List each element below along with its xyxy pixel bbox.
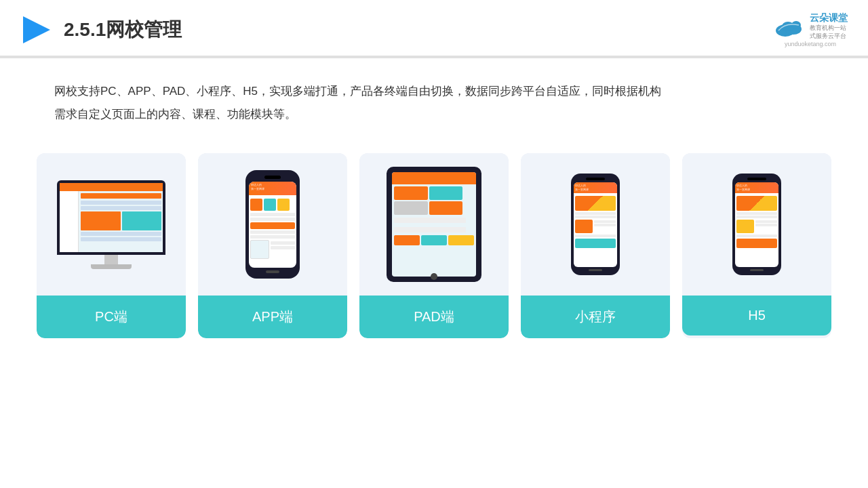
card-miniprogram-label: 小程序 <box>521 296 670 338</box>
logo-area: 云朵课堂 教育机构一站 式服务云平台 yunduoketang.com <box>773 12 848 47</box>
miniprogram-phone: 职达人的第一堂网课 <box>571 174 620 275</box>
tall-phone-screen: 职达人的第一堂网课 <box>574 182 617 267</box>
card-miniprogram-image: 职达人的第一堂网课 <box>521 153 670 296</box>
cards-container: PC端 职达人的第一堂网课 <box>0 133 868 338</box>
logo-url: yunduoketang.com <box>785 41 836 47</box>
card-h5: 职达人的第一堂网课 <box>682 153 831 338</box>
card-pad-image <box>359 153 509 296</box>
card-pc: PC端 <box>37 153 186 338</box>
monitor-outer <box>57 180 165 255</box>
app-phone: 职达人的第一堂网课 <box>245 170 300 279</box>
pad-tablet <box>387 167 481 282</box>
tall-phone-notch <box>586 178 605 180</box>
phone-screen: 职达人的第一堂网课 <box>249 182 296 268</box>
logo-sub: 教育机构一站 式服务云平台 <box>810 24 848 40</box>
h5-phone-screen: 职达人的第一堂网课 <box>735 182 778 267</box>
play-icon <box>20 14 53 46</box>
monitor-screen <box>60 183 163 252</box>
desc-line2: 需求自定义页面上的内容、课程、功能模块等。 <box>54 103 814 126</box>
card-h5-label: H5 <box>682 296 831 336</box>
h5-phone-notch <box>747 178 766 180</box>
page-title: 2.5.1网校管理 <box>64 17 182 43</box>
card-pc-label: PC端 <box>37 296 186 338</box>
cloud-icon <box>773 16 807 37</box>
card-app-label: APP端 <box>198 296 347 338</box>
h5-phone: 职达人的第一堂网课 <box>732 174 781 275</box>
header-left: 2.5.1网校管理 <box>20 14 182 46</box>
pc-monitor <box>57 180 165 269</box>
logo-brand: 云朵课堂 教育机构一站 式服务云平台 <box>773 12 848 40</box>
header: 2.5.1网校管理 云朵课堂 教育机构一站 式服务云平台 yunduoketan… <box>0 0 868 57</box>
card-app-image: 职达人的第一堂网课 <box>198 153 347 296</box>
desc-line1: 网校支持PC、APP、PAD、小程序、H5，实现多端打通，产品各终端自由切换，数… <box>54 80 814 103</box>
card-pad-label: PAD端 <box>359 296 509 338</box>
tablet-home-btn <box>431 273 437 280</box>
phone-notch <box>264 176 281 179</box>
card-h5-image: 职达人的第一堂网课 <box>682 153 831 296</box>
logo-text: 云朵课堂 教育机构一站 式服务云平台 <box>810 12 848 40</box>
svg-marker-0 <box>23 16 50 43</box>
phone-home <box>266 270 279 273</box>
card-miniprogram: 职达人的第一堂网课 <box>521 153 670 338</box>
h5-phone-bottom <box>750 269 764 271</box>
tablet-screen <box>392 172 476 277</box>
description: 网校支持PC、APP、PAD、小程序、H5，实现多端打通，产品各终端自由切换，数… <box>0 58 868 133</box>
logo-name: 云朵课堂 <box>810 12 848 24</box>
card-pad: PAD端 <box>359 153 509 338</box>
card-pc-image <box>37 153 186 296</box>
card-app: 职达人的第一堂网课 <box>198 153 347 338</box>
tall-phone-bottom <box>589 269 602 271</box>
